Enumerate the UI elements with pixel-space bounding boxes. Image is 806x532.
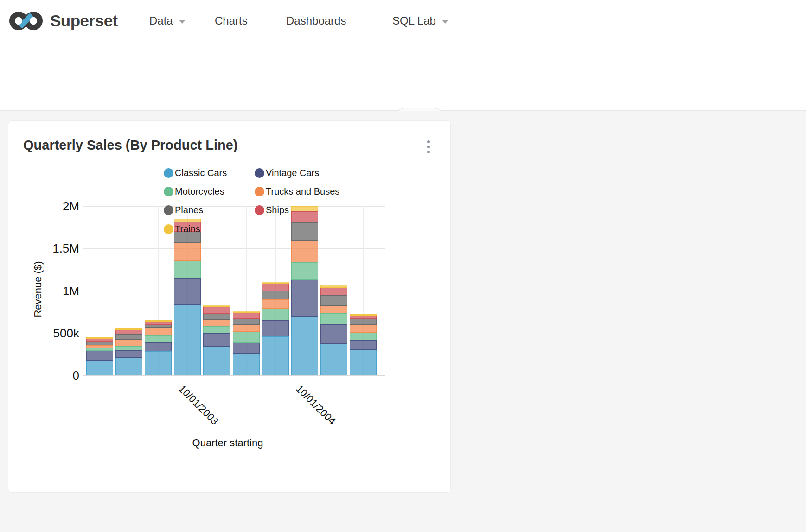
bar-segment[interactable] (320, 306, 347, 313)
bar-segment[interactable] (233, 325, 260, 332)
y-axis-tick-label: 0 (8, 368, 79, 383)
bar-segment[interactable] (115, 346, 142, 350)
bar-segment[interactable] (350, 350, 377, 375)
bar-segment[interactable] (291, 211, 318, 222)
bar-segment[interactable] (203, 305, 230, 307)
bar-segment[interactable] (233, 319, 260, 325)
bar-segment[interactable] (291, 317, 318, 375)
bar-segment[interactable] (145, 322, 172, 325)
legend-dot-icon (164, 168, 173, 178)
bar-segment[interactable] (291, 280, 318, 317)
legend-item-trucks-and-buses[interactable]: Trucks and Buses (255, 186, 339, 197)
bar-segment[interactable] (350, 316, 377, 319)
bar-segment[interactable] (174, 243, 201, 261)
bar-segment[interactable] (320, 344, 347, 375)
legend-label: Vintage Cars (266, 168, 319, 178)
bar-segment[interactable] (350, 319, 377, 325)
bar-segment[interactable] (262, 299, 289, 309)
bar-segment[interactable] (203, 320, 230, 326)
bar-segment[interactable] (86, 348, 113, 351)
bar-segment[interactable] (115, 358, 142, 375)
bar-segment[interactable] (115, 340, 142, 346)
bar-segment[interactable] (262, 284, 289, 291)
bar-segment[interactable] (145, 335, 172, 342)
bar-segment[interactable] (291, 262, 318, 280)
bar-segment[interactable] (233, 311, 260, 313)
bar-segment[interactable] (320, 285, 347, 288)
bar-segment[interactable] (174, 261, 201, 278)
nav-item-dashboards[interactable]: Dashboards (286, 0, 346, 42)
bar-segment[interactable] (86, 342, 113, 345)
legend-dot-icon (255, 168, 264, 178)
bar-segment[interactable] (86, 351, 113, 361)
legend-label: Planes (175, 205, 203, 215)
bar-segment[interactable] (262, 282, 289, 284)
nav-item-data[interactable]: Data (149, 0, 186, 42)
bar-segment[interactable] (203, 326, 230, 333)
legend-item-motorcycles[interactable]: Motorcycles (164, 186, 224, 197)
bar-segment[interactable] (86, 345, 113, 348)
gridline-horizontal (83, 206, 385, 207)
bar-segment[interactable] (86, 361, 113, 375)
bar-segment[interactable] (350, 340, 377, 350)
bar-segment[interactable] (145, 342, 172, 351)
y-axis-tick-label: 2M (8, 199, 79, 214)
bar-segment[interactable] (115, 330, 142, 334)
bar-segment[interactable] (233, 313, 260, 319)
legend-label: Trucks and Buses (266, 186, 339, 197)
bar-segment[interactable] (203, 333, 230, 347)
bar-segment[interactable] (291, 206, 318, 211)
legend-dot-icon (255, 187, 264, 196)
bar-segment[interactable] (262, 320, 289, 336)
bar-segment[interactable] (320, 313, 347, 324)
superset-logo[interactable]: Superset (9, 0, 118, 42)
bar-segment[interactable] (320, 288, 347, 295)
nav-item-label: Charts (215, 14, 248, 27)
bar-segment[interactable] (86, 339, 113, 342)
bar-segment[interactable] (115, 334, 142, 340)
bar-segment[interactable] (233, 343, 260, 354)
bar-segment[interactable] (262, 309, 289, 320)
bar-segment[interactable] (291, 222, 318, 241)
bar-segment[interactable] (350, 325, 377, 333)
bar-segment[interactable] (262, 336, 289, 375)
bar-segment[interactable] (233, 354, 260, 375)
bar-segment[interactable] (203, 347, 230, 375)
bar-segment[interactable] (145, 351, 172, 375)
y-axis-tick-label: 500k (8, 326, 79, 341)
bar-segment[interactable] (115, 350, 142, 358)
superset-infinity-icon (9, 12, 43, 30)
x-axis-line (83, 375, 385, 376)
bar-segment[interactable] (203, 307, 230, 314)
legend-dot-icon (164, 205, 173, 215)
bar-segment[interactable] (203, 314, 230, 320)
bar-segment[interactable] (233, 332, 260, 343)
legend-dot-icon (164, 224, 173, 234)
bar-segment[interactable] (262, 291, 289, 299)
bar-segment[interactable] (174, 278, 201, 305)
navbar: Superset Data Charts Dashboards SQL Lab (0, 0, 806, 42)
legend-item-classic-cars[interactable]: Classic Cars (164, 168, 227, 178)
bar-segment[interactable] (291, 241, 318, 262)
legend-item-vintage-cars[interactable]: Vintage Cars (255, 168, 319, 178)
bar-segment[interactable] (350, 333, 377, 340)
bar-segment[interactable] (86, 337, 113, 339)
legend-dot-icon (164, 187, 173, 196)
bar-segment[interactable] (174, 219, 201, 222)
legend-item-ships[interactable]: Ships (255, 205, 289, 215)
legend-item-trains[interactable]: Trains (164, 224, 200, 234)
bar-segment[interactable] (174, 305, 201, 375)
bar-segment[interactable] (320, 324, 347, 344)
chart-options-kebab-icon[interactable] (421, 136, 436, 158)
bar-segment[interactable] (115, 328, 142, 329)
bar-segment[interactable] (320, 295, 347, 306)
bar-segment[interactable] (145, 325, 172, 328)
legend-item-planes[interactable]: Planes (164, 205, 203, 215)
bar-segment[interactable] (145, 328, 172, 336)
bar-segment[interactable] (145, 320, 172, 322)
chart-title: Quarterly Sales (By Product Line) (23, 138, 238, 153)
bar-segment[interactable] (350, 314, 377, 316)
nav-item-label: SQL Lab (392, 14, 436, 27)
nav-item-sql-lab[interactable]: SQL Lab (392, 0, 448, 42)
nav-item-charts[interactable]: Charts (215, 0, 248, 42)
